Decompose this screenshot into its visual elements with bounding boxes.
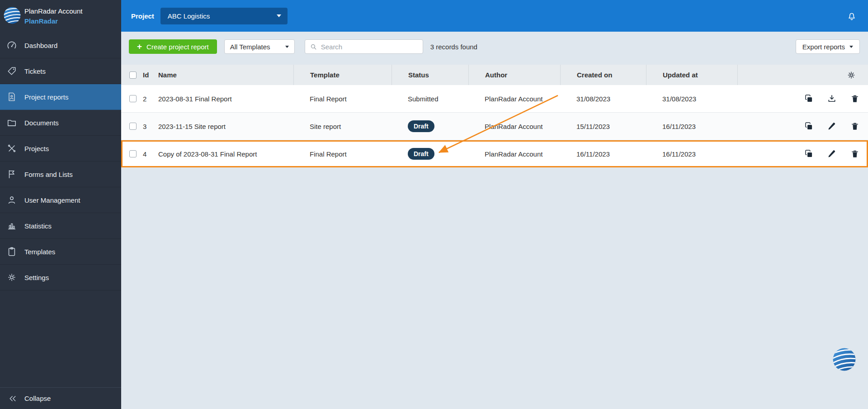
app-root: PlanRadar Account PlanRadar DashboardTic… xyxy=(0,0,868,409)
sidebar-item-user-management[interactable]: User Management xyxy=(0,187,121,213)
sidebar-item-forms-and-lists[interactable]: Forms and Lists xyxy=(0,162,121,187)
row-status: Draft xyxy=(408,148,434,160)
delete-icon[interactable] xyxy=(850,149,859,158)
row-created-on: 15/11/2023 xyxy=(560,113,646,140)
project-select-value: ABC Logistics xyxy=(168,12,210,20)
collapse-button[interactable]: Collapse xyxy=(0,387,121,409)
sidebar-item-statistics[interactable]: Statistics xyxy=(0,213,121,239)
sidebar-item-settings[interactable]: Settings xyxy=(0,265,121,290)
table-body: 2 2023-08-31 Final Report Final Report S… xyxy=(121,85,868,168)
search-box[interactable] xyxy=(305,39,423,54)
plus-icon: + xyxy=(137,42,142,51)
row-created-on: 31/08/2023 xyxy=(560,85,646,112)
row-author: PlanRadar Account xyxy=(468,85,560,112)
chevron-down-icon xyxy=(849,46,853,48)
sidebar-item-project-reports[interactable]: Project reports xyxy=(0,84,121,110)
edit-icon[interactable] xyxy=(827,122,836,131)
row-id: 2 xyxy=(143,85,158,112)
row-checkbox[interactable] xyxy=(129,95,137,102)
collapse-chevrons-icon xyxy=(7,393,18,404)
sidebar-item-label: Projects xyxy=(24,145,49,152)
column-header-id[interactable]: Id xyxy=(143,65,158,85)
sidebar-item-projects[interactable]: Projects xyxy=(0,136,121,162)
main-area: Project ABC Logistics + Create project r… xyxy=(121,0,868,409)
templates-filter-select[interactable]: All Templates xyxy=(224,39,295,54)
column-header-created-on[interactable]: Created on xyxy=(560,65,646,85)
sidebar-item-dashboard[interactable]: Dashboard xyxy=(0,33,121,58)
sidebar-item-tickets[interactable]: Tickets xyxy=(0,58,121,84)
table-settings-gear-icon[interactable] xyxy=(847,71,856,80)
sidebar: PlanRadar Account PlanRadar DashboardTic… xyxy=(0,0,121,409)
sidebar-item-label: Project reports xyxy=(24,93,69,101)
records-count: 3 records found xyxy=(430,43,477,51)
row-checkbox[interactable] xyxy=(129,150,137,157)
sidebar-item-label: Tickets xyxy=(24,67,46,75)
toolbar: + Create project report All Templates 3 … xyxy=(129,39,860,54)
sidebar-item-label: Dashboard xyxy=(24,42,57,49)
row-template-name: Final Report xyxy=(293,85,392,112)
edit-icon[interactable] xyxy=(827,149,836,158)
projects-icon xyxy=(6,143,17,154)
brand-header[interactable]: PlanRadar Account PlanRadar xyxy=(0,0,121,33)
row-name: 2023-11-15 Site report xyxy=(158,113,293,140)
download-icon[interactable] xyxy=(827,94,836,103)
notifications-bell-icon[interactable] xyxy=(846,10,857,21)
settings-icon xyxy=(6,272,17,283)
export-reports-button[interactable]: Export reports xyxy=(796,39,860,54)
row-actions xyxy=(737,140,868,167)
copy-icon[interactable] xyxy=(804,94,813,103)
forms-and-lists-icon xyxy=(6,169,17,180)
column-header-status[interactable]: Status xyxy=(392,65,468,85)
column-header-updated-at[interactable]: Updated at xyxy=(646,65,737,85)
search-input[interactable] xyxy=(321,43,418,51)
row-status: Draft xyxy=(408,120,434,132)
create-project-report-button[interactable]: + Create project report xyxy=(129,39,217,54)
sidebar-item-label: Templates xyxy=(24,248,55,256)
row-updated-at: 16/11/2023 xyxy=(646,113,737,140)
row-checkbox[interactable] xyxy=(129,123,137,130)
project-select[interactable]: ABC Logistics xyxy=(160,8,288,24)
statistics-icon xyxy=(6,220,17,231)
row-author: PlanRadar Account xyxy=(468,140,560,167)
sidebar-nav: DashboardTicketsProject reportsDocuments… xyxy=(0,33,121,387)
select-all-checkbox[interactable] xyxy=(129,71,137,79)
delete-icon[interactable] xyxy=(850,94,859,103)
brand-text: PlanRadar Account PlanRadar xyxy=(24,6,82,27)
sidebar-item-label: User Management xyxy=(24,196,80,204)
table-row[interactable]: 4 Copy of 2023-08-31 Final Report Final … xyxy=(121,140,868,168)
reports-table: Id Name Template Status Author Created o… xyxy=(121,65,868,168)
sidebar-item-documents[interactable]: Documents xyxy=(0,110,121,136)
chevron-down-icon xyxy=(285,46,289,48)
brand-name: PlanRadar xyxy=(24,16,82,27)
copy-icon[interactable] xyxy=(804,149,813,158)
row-actions xyxy=(737,113,868,140)
delete-icon[interactable] xyxy=(850,122,859,131)
planradar-watermark-logo xyxy=(831,347,857,372)
sidebar-item-label: Settings xyxy=(24,274,49,281)
create-button-label: Create project report xyxy=(146,43,209,51)
column-header-name[interactable]: Name xyxy=(158,65,293,85)
templates-filter-value: All Templates xyxy=(230,43,270,51)
sidebar-item-label: Forms and Lists xyxy=(24,171,73,178)
collapse-label: Collapse xyxy=(24,395,51,402)
row-template-name: Final Report xyxy=(293,140,392,167)
project-label: Project xyxy=(131,12,154,20)
row-id: 4 xyxy=(143,140,158,167)
table-row[interactable]: 3 2023-11-15 Site report Site report Dra… xyxy=(121,113,868,140)
documents-icon xyxy=(6,117,17,128)
copy-icon[interactable] xyxy=(804,122,813,131)
export-button-label: Export reports xyxy=(802,43,845,51)
dashboard-icon xyxy=(6,40,17,51)
search-icon xyxy=(310,43,317,51)
column-header-template[interactable]: Template xyxy=(293,65,392,85)
row-author: PlanRadar Account xyxy=(468,113,560,140)
sidebar-item-label: Documents xyxy=(24,119,59,127)
sidebar-item-templates[interactable]: Templates xyxy=(0,239,121,265)
table-row[interactable]: 2 2023-08-31 Final Report Final Report S… xyxy=(121,85,868,113)
project-reports-icon xyxy=(6,91,17,102)
row-created-on: 16/11/2023 xyxy=(560,140,646,167)
column-header-author[interactable]: Author xyxy=(468,65,560,85)
top-header: Project ABC Logistics xyxy=(121,0,868,32)
planradar-logo xyxy=(3,6,22,27)
row-id: 3 xyxy=(143,113,158,140)
